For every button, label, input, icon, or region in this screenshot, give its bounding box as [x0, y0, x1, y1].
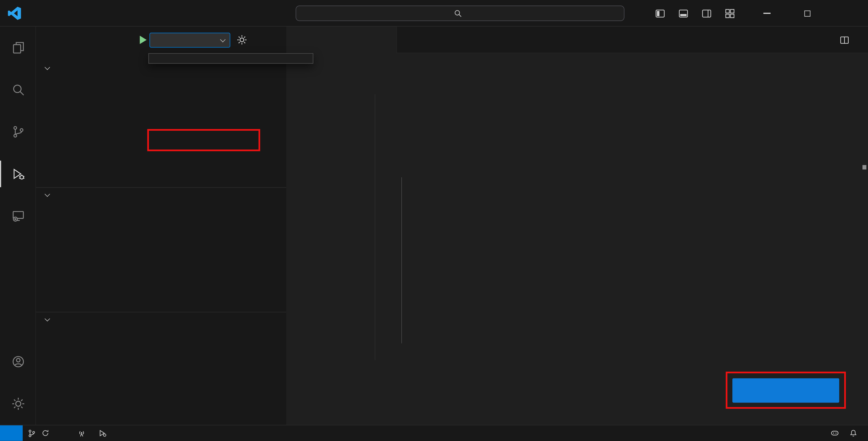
- close-window-button[interactable]: [828, 0, 868, 27]
- customize-layout-icon[interactable]: [723, 6, 737, 20]
- activity-source-control[interactable]: [0, 111, 36, 153]
- window-controls: [747, 0, 868, 27]
- code-editor[interactable]: [286, 70, 868, 425]
- status-bar-right: [783, 429, 868, 438]
- minimize-icon: [763, 13, 771, 13]
- indent-guide: [401, 177, 402, 343]
- section-watch: [36, 187, 286, 202]
- add-configuration-button[interactable]: [733, 378, 839, 403]
- call-stack-section-header[interactable]: [36, 312, 286, 327]
- chevron-down-icon: [220, 37, 225, 42]
- watch-section-header[interactable]: [36, 188, 286, 202]
- branch-status[interactable]: [23, 425, 54, 441]
- copilot-icon: [830, 429, 839, 438]
- editor-group: [286, 27, 868, 425]
- bell-icon: [849, 429, 858, 437]
- activity-bar: [0, 27, 36, 425]
- run-and-debug-sidebar: [36, 27, 286, 425]
- debug-config-dropdown: [149, 53, 313, 64]
- back-icon[interactable]: [242, 0, 262, 27]
- debug-views-more-icon[interactable]: [257, 27, 273, 53]
- chevron-down-icon: [45, 65, 50, 70]
- toggle-secondary-sidebar-icon[interactable]: [700, 6, 714, 20]
- command-center-search[interactable]: [296, 5, 624, 21]
- activity-explorer[interactable]: [0, 27, 36, 69]
- status-bar: [0, 425, 868, 441]
- breadcrumb: [286, 53, 868, 70]
- vscode-window: [0, 0, 868, 441]
- ports-status[interactable]: [72, 425, 94, 441]
- source-control-icon: [11, 125, 25, 139]
- activity-search[interactable]: [0, 68, 36, 111]
- debug-status[interactable]: [93, 425, 115, 441]
- explorer-icon: [11, 40, 25, 55]
- git-branch-icon: [28, 429, 36, 437]
- activity-settings[interactable]: [0, 383, 36, 425]
- activity-bar-spacer: [0, 279, 35, 341]
- start-debugging-button[interactable]: [136, 34, 149, 46]
- overview-ruler-marker: [863, 165, 866, 170]
- indent-guide: [375, 94, 375, 360]
- vscode-logo-icon: [7, 6, 22, 20]
- editor-actions: [840, 27, 862, 53]
- search-magnifier-icon: [11, 82, 25, 97]
- debug-configuration-select[interactable]: [149, 33, 230, 48]
- menu-bar: [29, 0, 95, 27]
- problems-status[interactable]: [54, 425, 72, 441]
- search-icon: [454, 9, 462, 17]
- copilot-status[interactable]: [825, 429, 844, 438]
- layout-controls: [653, 0, 737, 27]
- maximize-button[interactable]: [787, 0, 828, 27]
- tab-launch-json[interactable]: [286, 27, 397, 53]
- activity-remote-explorer[interactable]: [0, 195, 36, 237]
- tab-bar: [286, 27, 868, 53]
- activity-run-and-debug[interactable]: [0, 153, 36, 195]
- title-bar: [0, 0, 868, 27]
- remote-indicator[interactable]: [0, 425, 23, 441]
- forward-icon[interactable]: [265, 0, 285, 27]
- activity-more-views[interactable]: [0, 237, 36, 279]
- gear-icon: [11, 397, 25, 411]
- run-and-debug-icon: [11, 167, 25, 181]
- activity-accounts[interactable]: [0, 341, 36, 383]
- notifications-bell[interactable]: [844, 429, 863, 437]
- remote-explorer-icon: [11, 209, 25, 223]
- radio-tower-icon: [78, 429, 86, 437]
- minimize-button[interactable]: [747, 0, 787, 27]
- sync-icon: [41, 430, 49, 437]
- debug-settings-gear-icon[interactable]: [236, 34, 247, 46]
- toggle-panel-icon[interactable]: [676, 6, 690, 20]
- chevron-down-icon: [45, 192, 50, 197]
- toggle-primary-sidebar-icon[interactable]: [653, 6, 667, 20]
- chevron-down-icon: [45, 316, 50, 322]
- maximize-icon: [804, 10, 810, 16]
- debug-icon: [98, 429, 107, 437]
- accounts-icon: [11, 355, 25, 369]
- split-editor-icon[interactable]: [840, 35, 849, 45]
- section-call-stack: [36, 312, 286, 327]
